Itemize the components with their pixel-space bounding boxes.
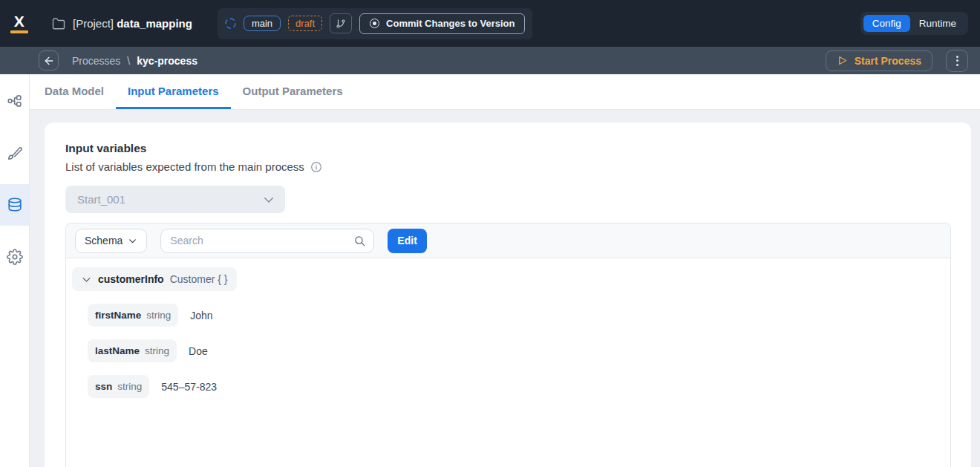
breadcrumb-separator: \ xyxy=(127,55,130,67)
breadcrumb: Processes \ kyc-process xyxy=(72,55,197,67)
schema-toolbar: Schema Edit xyxy=(66,223,950,258)
arrow-left-icon xyxy=(43,55,55,67)
version-control-group: main draft Commit Changes to Version xyxy=(218,8,533,39)
sidebar-item-data-model[interactable] xyxy=(0,184,29,226)
field-name: firstName xyxy=(95,310,141,321)
main-column: Data Model Input Parameters Output Param… xyxy=(30,74,980,467)
project-header: [Project] data_mapping xyxy=(52,17,192,30)
sidebar-item-settings[interactable] xyxy=(0,236,29,278)
git-branch-button[interactable] xyxy=(330,13,352,33)
design-brush-icon xyxy=(7,145,23,161)
field-value: Doe xyxy=(189,345,208,357)
start-node-select-value: Start_001 xyxy=(77,193,125,206)
mode-toggle: Config Runtime xyxy=(860,12,968,35)
edit-button[interactable]: Edit xyxy=(388,229,426,253)
app-logo-letter: X xyxy=(14,14,25,29)
git-branch-icon xyxy=(336,19,346,29)
search-input[interactable] xyxy=(170,235,353,246)
project-prefix: [Project] xyxy=(73,17,114,30)
commit-changes-button[interactable]: Commit Changes to Version xyxy=(359,13,525,34)
field-name: lastName xyxy=(95,345,140,356)
tree-root-name: customerInfo xyxy=(98,273,164,285)
breadcrumb-processes[interactable]: Processes xyxy=(72,55,120,67)
play-icon xyxy=(837,55,848,66)
project-title: [Project] data_mapping xyxy=(73,17,192,30)
field-type: string xyxy=(146,310,171,321)
back-button[interactable] xyxy=(39,50,59,71)
tree-field-row: ssn string 545–57-823 xyxy=(88,375,941,398)
commit-changes-label: Commit Changes to Version xyxy=(386,18,514,29)
breadcrumb-bar: Processes \ kyc-process Start Process xyxy=(0,47,980,74)
field-value: 545–57-823 xyxy=(161,381,217,393)
app-logo: X xyxy=(10,14,28,33)
info-icon[interactable] xyxy=(310,161,322,173)
start-process-button[interactable]: Start Process xyxy=(826,50,932,71)
database-icon xyxy=(7,197,23,213)
schema-dropdown-label: Schema xyxy=(85,235,122,246)
chevron-down-icon xyxy=(262,193,275,206)
search-icon xyxy=(353,235,366,247)
folder-icon xyxy=(52,17,65,30)
field-type: string xyxy=(145,345,169,356)
content-area: Input variables List of variables expect… xyxy=(30,110,980,467)
tree-root-type: Customer { } xyxy=(170,273,228,285)
left-sidebar xyxy=(0,74,30,467)
draft-status-badge: draft xyxy=(288,16,322,31)
breadcrumb-current: kyc-process xyxy=(137,55,197,67)
field-pill-firstname[interactable]: firstName string xyxy=(88,304,178,327)
mode-runtime-button[interactable]: Runtime xyxy=(910,15,965,32)
chevron-down-icon xyxy=(128,236,137,246)
tab-data-model[interactable]: Data Model xyxy=(33,74,116,109)
tree-field-row: lastName string Doe xyxy=(88,339,941,362)
page-subtitle: List of variables expected from the main… xyxy=(65,160,951,173)
input-variables-card: Input variables List of variables expect… xyxy=(45,123,971,467)
process-hierarchy-icon xyxy=(7,93,23,109)
app-window: X [Project] data_mapping main draft Comm… xyxy=(0,0,980,467)
app-logo-underline xyxy=(10,30,28,33)
sync-spinner-icon xyxy=(225,18,236,29)
search-box xyxy=(160,229,374,253)
tab-input-parameters[interactable]: Input Parameters xyxy=(116,74,231,109)
project-name: data_mapping xyxy=(117,17,192,30)
mode-config-button[interactable]: Config xyxy=(863,15,910,32)
top-bar: X [Project] data_mapping main draft Comm… xyxy=(0,0,980,47)
chevron-down-icon[interactable] xyxy=(81,274,92,285)
sidebar-item-design[interactable] xyxy=(0,132,29,174)
sidebar-item-process-hierarchy[interactable] xyxy=(0,80,29,122)
tree-root-row[interactable]: customerInfo Customer { } xyxy=(72,267,237,291)
field-pill-lastname[interactable]: lastName string xyxy=(88,339,177,362)
start-node-select[interactable]: Start_001 xyxy=(65,186,285,213)
field-name: ssn xyxy=(95,381,112,392)
branch-badge[interactable]: main xyxy=(244,16,281,31)
settings-gear-icon xyxy=(7,249,23,265)
schema-dropdown[interactable]: Schema xyxy=(75,229,147,253)
body-row: Data Model Input Parameters Output Param… xyxy=(0,74,980,467)
schema-panel: Schema Edit xyxy=(65,223,951,467)
tree-field-row: firstName string John xyxy=(88,304,941,327)
page-title: Input variables xyxy=(65,142,951,155)
tab-output-parameters[interactable]: Output Parameters xyxy=(231,74,355,109)
field-value: John xyxy=(190,310,212,321)
schema-tree: customerInfo Customer { } firstName stri… xyxy=(66,258,950,398)
page-subtitle-text: List of variables expected from the main… xyxy=(65,160,304,173)
tab-bar: Data Model Input Parameters Output Param… xyxy=(30,74,980,110)
commit-target-icon xyxy=(370,19,379,28)
field-type: string xyxy=(117,381,142,392)
more-options-button[interactable] xyxy=(946,50,968,72)
field-pill-ssn[interactable]: ssn string xyxy=(88,375,149,398)
start-process-label: Start Process xyxy=(855,55,921,67)
